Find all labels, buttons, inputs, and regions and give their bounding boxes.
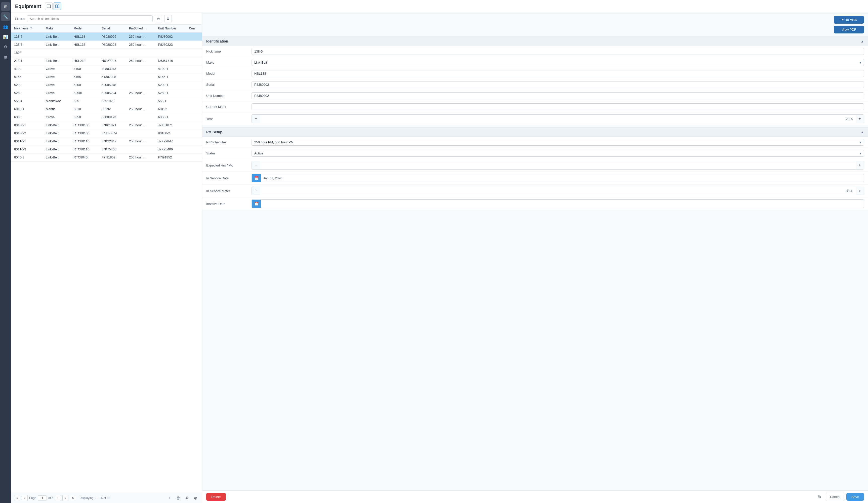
- filter-tag-button[interactable]: ⊘: [155, 15, 162, 22]
- next-page-button[interactable]: ›: [55, 495, 61, 501]
- table-cell: 4100-1: [155, 65, 186, 73]
- status-select-wrapper: Active Inactive ▼: [251, 150, 864, 157]
- identification-title: Identification: [206, 39, 228, 43]
- table-cell: 52505224: [99, 89, 126, 97]
- table-row[interactable]: 555-1Manitowoc5555551020555-1: [11, 97, 202, 105]
- in-service-meter-decrement-button[interactable]: −: [252, 187, 260, 195]
- copy-row-button[interactable]: ⊕: [192, 494, 199, 502]
- col-curr[interactable]: Curr: [186, 25, 202, 32]
- sidebar-icon-grid2[interactable]: ▦: [1, 52, 10, 61]
- year-decrement-button[interactable]: −: [252, 115, 260, 123]
- model-field-value: [251, 70, 864, 77]
- current-meter-field-value: [251, 103, 864, 110]
- search-input[interactable]: [27, 16, 153, 22]
- pm-schedules-field-value: 250 hour PM, 500 hour PM ▼: [251, 139, 864, 146]
- save-button[interactable]: Save: [846, 493, 864, 501]
- view-pdf-button[interactable]: View PDF: [834, 25, 864, 33]
- pm-schedules-row: PmSchedules 250 hour PM, 500 hour PM ▼: [202, 137, 868, 148]
- table-row[interactable]: 4100Grove4100408030734100-1: [11, 65, 202, 73]
- delete-row-button[interactable]: 🗑: [175, 494, 182, 502]
- to-view-button[interactable]: 👁 To View: [834, 16, 864, 24]
- single-view-button[interactable]: [45, 2, 53, 10]
- table-row[interactable]: 6010-1Mantis601060192250 hour ...60192: [11, 105, 202, 113]
- in-service-meter-row: In Service Meter − +: [202, 185, 868, 197]
- table-row[interactable]: 5200Grove5200520050485200-1: [11, 81, 202, 89]
- table-row[interactable]: 5165Grove5165513070085165-1: [11, 73, 202, 81]
- table-cell: F7I91852: [155, 153, 186, 162]
- nickname-input[interactable]: [251, 48, 864, 55]
- table-row[interactable]: 6350Grove6350630091736350-1: [11, 113, 202, 121]
- table-cell: 5200: [11, 81, 43, 89]
- refresh-button[interactable]: ↻: [816, 493, 824, 501]
- table-cell: [186, 65, 202, 73]
- col-unit-number[interactable]: Unit Number: [155, 25, 186, 32]
- last-page-button[interactable]: »: [62, 495, 69, 501]
- expected-hrs-decrement-button[interactable]: −: [252, 161, 260, 169]
- col-make[interactable]: Make: [43, 25, 71, 32]
- identification-header: Identification ▲: [202, 37, 868, 46]
- table-cell: [186, 105, 202, 113]
- serial-input[interactable]: [251, 81, 864, 88]
- pm-schedules-select[interactable]: 250 hour PM, 500 hour PM: [251, 139, 864, 146]
- sidebar-icon-chart[interactable]: 📊: [1, 32, 10, 41]
- table-cell: N6J57716: [155, 57, 186, 65]
- sidebar-icon-settings[interactable]: ⚙: [1, 42, 10, 51]
- refresh-table-button[interactable]: ↻: [70, 495, 76, 501]
- first-page-button[interactable]: «: [14, 495, 20, 501]
- delete-button[interactable]: Delete: [206, 493, 226, 501]
- table-row[interactable]: 138-5Link-BeltHSL138P8J80002250 hour ...…: [11, 32, 202, 41]
- table-row[interactable]: 80110-1Link-BeltRTC80110J7K22847250 hour…: [11, 137, 202, 145]
- table-cell: [186, 81, 202, 89]
- cancel-button[interactable]: Cancel: [826, 493, 844, 501]
- inactive-date-text: [261, 203, 864, 205]
- unit-number-input[interactable]: [251, 92, 864, 99]
- identification-collapse-button[interactable]: ▲: [860, 39, 864, 43]
- table-cell: 80100-2: [155, 129, 186, 137]
- duplicate-row-button[interactable]: ⧉: [183, 494, 190, 502]
- table-cell: Grove: [43, 73, 71, 81]
- detail-scroll: Identification ▲ Nickname Make: [202, 37, 868, 491]
- year-input[interactable]: [260, 116, 856, 122]
- make-select[interactable]: Link-Belt Grove Manitowoc Mantis: [251, 59, 864, 66]
- table-footer: « ‹ Page of 6 › » ↻ Displaying 1 – 16 of…: [11, 493, 202, 503]
- col-serial[interactable]: Serial: [99, 25, 126, 32]
- model-input[interactable]: [251, 70, 864, 77]
- add-row-button[interactable]: +: [166, 494, 173, 502]
- sidebar-icon-users[interactable]: 👥: [1, 22, 10, 31]
- sidebar-icon-tool[interactable]: 🔧: [1, 12, 10, 21]
- table-cell: 6010: [71, 105, 99, 113]
- sidebar-icon-grid[interactable]: ⊞: [1, 2, 10, 11]
- table-row[interactable]: 180F: [11, 49, 202, 57]
- col-nickname[interactable]: Nickname ⇅: [11, 25, 43, 32]
- table-cell: Link-Belt: [43, 41, 71, 49]
- table-row[interactable]: 80110-3Link-BeltRTC80110J7K75406J7K75406: [11, 145, 202, 153]
- page-input[interactable]: [38, 495, 47, 501]
- table-row[interactable]: 80100-1Link-BeltRTC80100J7K01871250 hour…: [11, 121, 202, 129]
- col-model[interactable]: Model: [71, 25, 99, 32]
- expected-hrs-increment-button[interactable]: +: [856, 161, 864, 169]
- header: Equipment: [11, 0, 868, 13]
- filter-settings-button[interactable]: ⚙: [164, 15, 172, 22]
- table-row[interactable]: 80100-2Link-BeltRTC80100J7J8-087480100-2: [11, 129, 202, 137]
- table-row[interactable]: 8040-3Link-BeltRTC8040F7I91852250 hour .…: [11, 153, 202, 162]
- pm-setup-collapse-button[interactable]: ▲: [860, 130, 864, 134]
- nickname-field-value: [251, 48, 864, 55]
- prev-page-button[interactable]: ‹: [22, 495, 28, 501]
- table-row[interactable]: 218-1Link-BeltHSL218N6J57716250 hour ...…: [11, 57, 202, 65]
- inactive-date-calendar-button[interactable]: 📅: [252, 200, 261, 208]
- table-row[interactable]: 138-6Link-BeltHSL138P8J80223250 hour ...…: [11, 41, 202, 49]
- col-pmsched[interactable]: PmSched...: [126, 25, 155, 32]
- year-increment-button[interactable]: +: [856, 115, 864, 123]
- in-service-meter-input[interactable]: [260, 188, 856, 194]
- status-select[interactable]: Active Inactive: [251, 150, 864, 157]
- bottom-bar: Delete ↻ Cancel Save: [202, 491, 868, 503]
- table-row[interactable]: 5250Grove5250L52505224250 hour ...5250-1: [11, 89, 202, 97]
- in-service-date-calendar-button[interactable]: 📅: [252, 174, 261, 182]
- split-view-button[interactable]: [54, 2, 61, 10]
- expected-hrs-input[interactable]: [260, 162, 856, 168]
- status-field-value: Active Inactive ▼: [251, 150, 864, 157]
- grid-icon: ⊞: [4, 4, 7, 9]
- current-meter-input[interactable]: [251, 103, 864, 110]
- in-service-meter-increment-button[interactable]: +: [856, 187, 864, 195]
- sidebar: ⊞ 🔧 👥 📊 ⚙ ▦: [0, 0, 11, 503]
